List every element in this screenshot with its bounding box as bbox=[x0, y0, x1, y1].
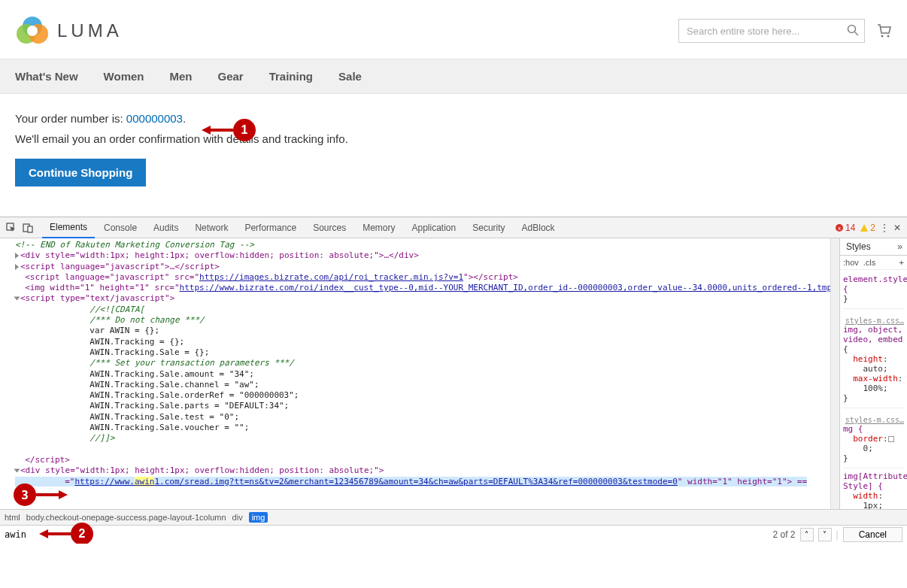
tab-network[interactable]: Network bbox=[187, 218, 235, 238]
callout-1-num: 1 bbox=[233, 119, 256, 141]
brand-text: LUMA bbox=[57, 20, 123, 41]
tab-security[interactable]: Security bbox=[465, 218, 512, 238]
find-status: 2 of 2 bbox=[772, 529, 795, 540]
nav-sale[interactable]: Sale bbox=[338, 70, 362, 83]
styles-tab[interactable]: Styles bbox=[840, 238, 877, 255]
svg-point-7 bbox=[887, 35, 890, 38]
tab-adblock[interactable]: AdBlock bbox=[514, 218, 563, 238]
store-header: LUMA bbox=[0, 0, 907, 59]
callout-2: 2 bbox=[39, 523, 93, 544]
continue-shopping-button[interactable]: Continue Shopping bbox=[15, 159, 146, 186]
dom-tree[interactable]: <!-- END of Rakuten Marketing Conversion… bbox=[15, 240, 826, 487]
svg-line-5 bbox=[855, 32, 859, 36]
tab-elements[interactable]: Elements bbox=[42, 217, 95, 238]
order-suffix: . bbox=[183, 112, 186, 125]
nav-bar: What's New Women Men Gear Training Sale bbox=[0, 59, 907, 94]
svg-point-4 bbox=[848, 26, 856, 33]
order-number-line: Your order number is: 000000003. bbox=[15, 112, 892, 125]
nav-women[interactable]: Women bbox=[104, 70, 144, 83]
svg-point-6 bbox=[881, 35, 884, 38]
search-icon[interactable] bbox=[847, 24, 859, 36]
search-wrap bbox=[678, 19, 865, 43]
nav-whats-new[interactable]: What's New bbox=[15, 70, 78, 83]
warning-count[interactable]: 2 bbox=[860, 223, 875, 233]
tab-audits[interactable]: Audits bbox=[146, 218, 186, 238]
close-devtools-icon[interactable]: ✕ bbox=[893, 223, 901, 233]
tab-sources[interactable]: Sources bbox=[305, 218, 353, 238]
inspect-icon[interactable] bbox=[6, 223, 17, 233]
styles-rules[interactable]: element.style { } styles-m.css… img, obj… bbox=[840, 270, 907, 509]
device-icon[interactable] bbox=[23, 223, 33, 233]
more-icon[interactable]: ⋮ bbox=[880, 223, 889, 233]
cart-icon[interactable] bbox=[875, 23, 892, 39]
styles-pane: Styles » :hov .cls + element.style { } s… bbox=[839, 238, 907, 509]
find-bar: 2 2 of 2 ˄ ˅ | Cancel bbox=[0, 525, 907, 544]
find-next-button[interactable]: ˅ bbox=[818, 528, 832, 541]
nav-training[interactable]: Training bbox=[269, 70, 313, 83]
stylesheet-link[interactable]: styles-m.css… bbox=[843, 416, 904, 424]
callout-1: 1 bbox=[202, 119, 256, 141]
devtools: Elements Console Audits Network Performa… bbox=[0, 217, 907, 544]
svg-rect-10 bbox=[28, 226, 32, 232]
elements-pane[interactable]: <!-- END of Rakuten Marketing Conversion… bbox=[0, 238, 830, 509]
elements-scrollbar[interactable] bbox=[830, 238, 839, 509]
crumb-img[interactable]: img bbox=[249, 512, 268, 523]
crumb-body[interactable]: body.checkout-onepage-success.page-layou… bbox=[26, 513, 226, 522]
svg-point-3 bbox=[27, 26, 38, 36]
stylesheet-link[interactable]: styles-m.css… bbox=[843, 317, 904, 325]
styles-more-icon[interactable]: » bbox=[897, 241, 907, 252]
order-number-link[interactable]: 000000003 bbox=[126, 112, 183, 125]
order-prefix: Your order number is: bbox=[15, 112, 126, 125]
selected-dom-node[interactable]: ="https://www.awin1.com/sread.img?tt=ns&… bbox=[15, 477, 807, 486]
logo[interactable]: LUMA bbox=[15, 14, 123, 48]
order-success: Your order number is: 000000003. We'll e… bbox=[0, 94, 907, 217]
tab-console[interactable]: Console bbox=[96, 218, 144, 238]
awin-pixel-url[interactable]: https://www.awin1.com/sread.img?tt=ns&tv… bbox=[74, 477, 677, 486]
callout-3: 3 bbox=[14, 483, 68, 506]
error-count[interactable]: x14 bbox=[835, 223, 855, 233]
callout-2-num: 2 bbox=[71, 523, 93, 544]
luma-logo-icon bbox=[15, 14, 50, 48]
bizrate-img-url[interactable]: https://www.bizrate.com/roi/index__cust_… bbox=[180, 283, 830, 292]
devtools-tabs: Elements Console Audits Network Performa… bbox=[0, 217, 907, 238]
find-prev-button[interactable]: ˄ bbox=[800, 528, 814, 541]
search-input[interactable] bbox=[678, 19, 865, 43]
svg-text:x: x bbox=[838, 225, 841, 232]
bizrate-js-url[interactable]: https://images.bizrate.com/api/roi_track… bbox=[199, 272, 463, 282]
order-email-line: We'll email you an order confirmation wi… bbox=[15, 132, 892, 145]
find-cancel-button[interactable]: Cancel bbox=[843, 527, 902, 542]
hov-toggle[interactable]: :hov bbox=[843, 258, 859, 267]
dom-breadcrumb[interactable]: html body.checkout-onepage-success.page-… bbox=[0, 509, 907, 525]
cls-toggle[interactable]: .cls bbox=[863, 258, 876, 267]
tab-memory[interactable]: Memory bbox=[355, 218, 402, 238]
callout-3-num: 3 bbox=[14, 483, 36, 506]
nav-men[interactable]: Men bbox=[169, 70, 192, 83]
tab-application[interactable]: Application bbox=[405, 218, 464, 238]
add-rule-icon[interactable]: + bbox=[899, 258, 904, 267]
nav-gear[interactable]: Gear bbox=[217, 70, 243, 83]
tab-performance[interactable]: Performance bbox=[237, 218, 304, 238]
crumb-div[interactable]: div bbox=[232, 513, 243, 522]
crumb-html[interactable]: html bbox=[5, 513, 20, 522]
